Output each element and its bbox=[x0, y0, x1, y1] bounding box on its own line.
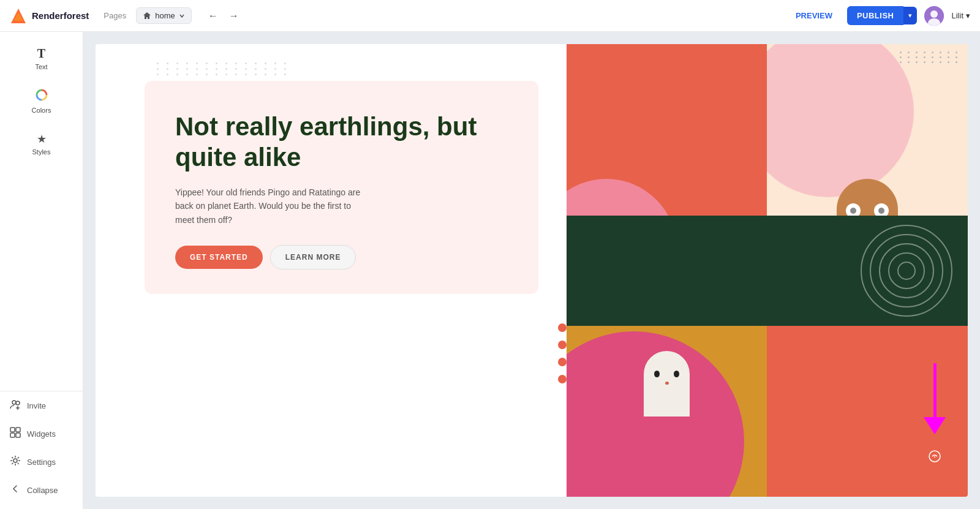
text-icon: T bbox=[37, 47, 45, 61]
ghost-bump-3 bbox=[674, 403, 690, 417]
ring-5 bbox=[897, 262, 916, 280]
hero-title: Not really earthlings, but quite alike bbox=[175, 111, 508, 173]
ghost-eye-right bbox=[674, 371, 679, 377]
sidebar-item-invite[interactable]: Invite bbox=[0, 391, 83, 420]
ghost-mouth bbox=[665, 382, 669, 385]
ghost-bump-1 bbox=[644, 403, 659, 417]
hero-subtitle: Yippee! Your old friends Pingo and Ratat… bbox=[175, 186, 371, 227]
ghost-character bbox=[644, 351, 690, 417]
svg-point-3 bbox=[930, 10, 938, 18]
svg-rect-9 bbox=[10, 428, 15, 432]
home-icon bbox=[143, 12, 151, 20]
ghost-bump-2 bbox=[659, 403, 674, 417]
user-name[interactable]: Lilit ▾ bbox=[951, 11, 970, 20]
redo-button[interactable]: → bbox=[225, 7, 243, 25]
sidebar-item-label: Text bbox=[35, 63, 47, 70]
invite-icon bbox=[10, 399, 21, 412]
settings-icon bbox=[10, 455, 21, 469]
collapse-icon bbox=[10, 483, 21, 497]
pink-dots-left bbox=[558, 323, 567, 383]
preview-button[interactable]: PREVIEW bbox=[788, 7, 840, 24]
sidebar-item-widgets[interactable]: Widgets bbox=[0, 420, 83, 448]
ghost-body-bottom bbox=[644, 403, 690, 417]
floating-action-button[interactable] bbox=[919, 440, 951, 472]
sidebar-bottom: Invite Widgets Settings bbox=[0, 391, 83, 509]
invite-label: Invite bbox=[27, 401, 46, 410]
sidebar-item-styles[interactable]: ★ Styles bbox=[5, 124, 78, 164]
sidebar-item-settings[interactable]: Settings bbox=[0, 448, 83, 476]
topbar: Renderforest Pages home ← → PREVIEW PUBL… bbox=[0, 0, 980, 32]
logo-icon bbox=[10, 7, 27, 25]
sidebar: T Text Colors ★ Styles bbox=[0, 32, 83, 509]
canvas: Not really earthlings, but quite alike Y… bbox=[96, 44, 968, 497]
widgets-label: Widgets bbox=[27, 429, 56, 439]
pink-dot-2 bbox=[558, 341, 567, 349]
hero-content: Not really earthlings, but quite alike Y… bbox=[96, 44, 575, 497]
widgets-icon bbox=[10, 427, 21, 440]
logo[interactable]: Renderforest bbox=[10, 7, 89, 25]
settings-label: Settings bbox=[27, 458, 56, 467]
ghost-head bbox=[644, 351, 690, 403]
svg-rect-11 bbox=[10, 433, 15, 437]
user-chevron-icon: ▾ bbox=[966, 11, 970, 20]
collapse-label: Collapse bbox=[27, 486, 58, 495]
publish-dropdown-button[interactable]: ▾ bbox=[903, 7, 917, 25]
colors-icon bbox=[36, 89, 48, 104]
arrow-indicator bbox=[919, 363, 951, 472]
svg-rect-12 bbox=[16, 433, 20, 437]
hero-buttons: GET STARTED LEARN MORE bbox=[175, 245, 508, 270]
illustration-area bbox=[567, 44, 968, 497]
avatar bbox=[924, 6, 944, 26]
svg-point-7 bbox=[12, 401, 16, 404]
get-started-button[interactable]: GET STARTED bbox=[175, 246, 263, 269]
chat-icon bbox=[928, 450, 941, 463]
topbar-right: PREVIEW PUBLISH ▾ Lilit ▾ bbox=[788, 6, 970, 26]
publish-button[interactable]: PUBLISH bbox=[847, 6, 904, 25]
avatar-image bbox=[924, 6, 944, 26]
svg-point-8 bbox=[16, 401, 20, 405]
page-selector[interactable]: home bbox=[136, 7, 192, 24]
pink-dot-3 bbox=[558, 358, 567, 366]
arrow-line bbox=[933, 363, 937, 418]
sidebar-item-colors-label: Colors bbox=[32, 107, 51, 114]
chevron-down-icon bbox=[179, 13, 185, 19]
sidebar-item-text[interactable]: T Text bbox=[5, 38, 78, 79]
undo-button[interactable]: ← bbox=[204, 7, 222, 25]
nav-buttons: ← → bbox=[204, 7, 243, 25]
dark-green-band bbox=[567, 216, 968, 326]
logo-text: Renderforest bbox=[32, 10, 89, 21]
sidebar-top: T Text Colors ★ Styles bbox=[0, 32, 83, 391]
svg-point-13 bbox=[13, 459, 17, 462]
bg-dots-tr bbox=[900, 51, 960, 63]
sidebar-item-styles-label: Styles bbox=[32, 148, 51, 156]
publish-btn-group: PUBLISH ▾ bbox=[847, 6, 918, 25]
svg-rect-10 bbox=[16, 428, 20, 432]
hero-content-box: Not really earthlings, but quite alike Y… bbox=[145, 81, 538, 294]
illustration-grid bbox=[567, 44, 968, 497]
page-name: home bbox=[155, 11, 175, 20]
pink-dot-4 bbox=[558, 375, 567, 383]
styles-icon: ★ bbox=[37, 132, 47, 146]
main-content: Not really earthlings, but quite alike Y… bbox=[83, 32, 980, 509]
svg-point-15 bbox=[934, 456, 935, 458]
pink-dot-1 bbox=[558, 323, 567, 332]
ghost-eye-left bbox=[654, 371, 660, 377]
sidebar-item-collapse[interactable]: Collapse bbox=[0, 476, 83, 504]
arrow-head bbox=[924, 417, 946, 434]
sidebar-item-colors[interactable]: Colors bbox=[5, 80, 78, 123]
concentric-circles bbox=[858, 222, 956, 320]
learn-more-button[interactable]: LEARN MORE bbox=[270, 245, 356, 270]
pages-label: Pages bbox=[104, 11, 126, 20]
svg-point-6 bbox=[40, 93, 43, 97]
pink-semicircle bbox=[767, 44, 914, 197]
